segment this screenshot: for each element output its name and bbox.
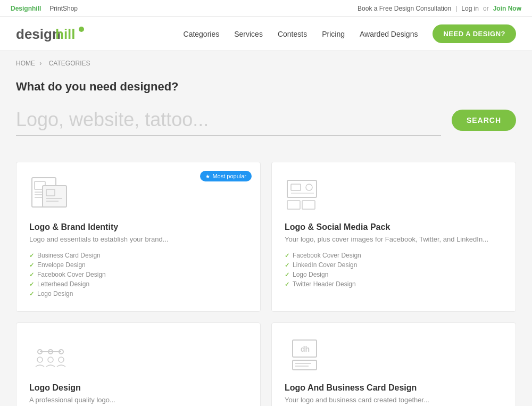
card-3-title: Logo Design	[29, 383, 247, 393]
nav-contests[interactable]: Contests	[278, 30, 307, 38]
card-4-title: Logo And Business Card Design	[285, 383, 503, 393]
top-nav-printshop[interactable]: PrintShop	[49, 5, 78, 12]
svg-point-2	[79, 27, 84, 32]
separator: |	[455, 5, 457, 12]
card-4-desc: Your logo and business card created toge…	[285, 396, 503, 404]
top-bar: Designhill PrintShop Book a Free Design …	[0, 0, 532, 17]
feature-item: LinkedIn Cover Design	[285, 260, 503, 270]
feature-item: Facebook Cover Design	[285, 251, 503, 260]
top-cta-link[interactable]: Book a Free Design Consultation	[358, 5, 451, 12]
feature-item: Envelope Design	[29, 260, 247, 270]
svg-rect-8	[43, 186, 66, 207]
need-design-button[interactable]: NEED A DESIGN?	[433, 24, 516, 43]
svg-text:dh: dh	[301, 345, 310, 353]
svg-rect-13	[291, 184, 301, 190]
badge-text: Most popular	[212, 173, 246, 179]
card-logo-social[interactable]: Logo & Social Media Pack Your logo, plus…	[271, 162, 516, 312]
breadcrumb: HOME › CATEGORIES	[0, 51, 532, 71]
svg-text:hill: hill	[55, 26, 76, 42]
top-nav-designhill[interactable]: Designhill	[11, 5, 41, 12]
top-bar-left: Designhill PrintShop	[11, 5, 78, 12]
card-logo-design[interactable]: Logo Design A professional quality logo.…	[16, 322, 261, 406]
feature-item: Logo Design	[285, 270, 503, 279]
logo[interactable]: design hill	[16, 24, 85, 44]
feature-item: Business Card Design	[29, 251, 247, 260]
search-section: What do you need designed? SEARCH	[0, 71, 532, 149]
svg-text:design: design	[16, 26, 61, 42]
card-1-features: Business Card Design Envelope Design Fac…	[29, 251, 247, 299]
card-3-icon	[29, 336, 72, 373]
nav-services[interactable]: Services	[234, 30, 263, 38]
logo-svg: design hill	[16, 24, 85, 44]
card-4-icon: dh	[285, 336, 327, 373]
search-button[interactable]: SEARCH	[452, 110, 516, 131]
login-link[interactable]: Log in	[461, 5, 479, 12]
card-1-title: Logo & Brand Identity	[29, 222, 247, 232]
star-icon: ★	[205, 173, 210, 179]
breadcrumb-home[interactable]: HOME	[16, 60, 35, 67]
card-3-desc: A professional quality logo...	[29, 396, 247, 404]
feature-item: Logo Design	[29, 289, 247, 299]
breadcrumb-separator: ›	[39, 60, 41, 67]
nav-awarded[interactable]: Awarded Designs	[360, 30, 418, 38]
card-2-features: Facebook Cover Design LinkedIn Cover Des…	[285, 251, 503, 289]
feature-item: Twitter Header Design	[285, 279, 503, 289]
svg-point-14	[306, 184, 312, 190]
breadcrumb-current: CATEGORIES	[49, 60, 90, 67]
svg-point-22	[37, 357, 43, 362]
card-2-icon	[285, 175, 327, 212]
search-input[interactable]	[16, 104, 441, 136]
svg-point-24	[59, 357, 64, 362]
nav-links: Categories Services Contests Pricing Awa…	[184, 24, 516, 43]
card-logo-brand[interactable]: ★ Most popular Logo & Brand Identity Log…	[16, 162, 261, 312]
most-popular-badge: ★ Most popular	[200, 171, 252, 181]
svg-rect-17	[302, 201, 315, 209]
page-title: What do you need designed?	[16, 80, 516, 94]
card-2-desc: Your logo, plus cover images for Faceboo…	[285, 235, 503, 243]
card-1-desc: Logo and essentials to establish your br…	[29, 235, 247, 243]
or-text: or	[483, 5, 489, 12]
feature-item: Letterhead Design	[29, 279, 247, 289]
top-bar-right: Book a Free Design Consultation | Log in…	[358, 5, 521, 12]
svg-rect-16	[287, 201, 300, 209]
card-2-title: Logo & Social Media Pack	[285, 222, 503, 232]
card-logo-business[interactable]: dh Logo And Business Card Design Your lo…	[271, 322, 516, 406]
svg-rect-27	[293, 360, 317, 370]
nav-pricing[interactable]: Pricing	[322, 30, 345, 38]
nav-categories[interactable]: Categories	[184, 30, 220, 38]
cards-grid: ★ Most popular Logo & Brand Identity Log…	[0, 149, 532, 406]
join-link[interactable]: Join Now	[493, 5, 521, 12]
main-nav: design hill Categories Services Contests…	[0, 17, 532, 51]
feature-item: Facebook Cover Design	[29, 270, 247, 279]
svg-point-23	[48, 357, 53, 362]
search-bar: SEARCH	[16, 104, 516, 136]
card-1-icon	[29, 175, 72, 212]
